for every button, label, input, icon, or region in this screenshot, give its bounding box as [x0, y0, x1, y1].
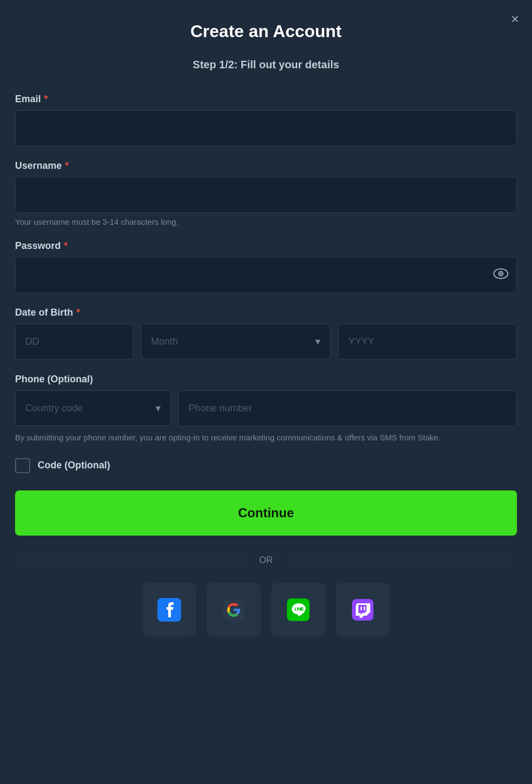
or-divider: OR [15, 555, 517, 566]
code-checkbox[interactable] [15, 458, 30, 473]
password-label: Password * [15, 240, 517, 252]
password-group: Password * [15, 240, 517, 293]
username-hint: Your username must be 3-14 characters lo… [15, 217, 517, 226]
phone-number-input[interactable] [178, 390, 517, 426]
password-wrapper [15, 257, 517, 293]
email-required-star: * [44, 94, 48, 105]
dob-month-select[interactable]: Month January February March April May J… [141, 324, 330, 359]
code-label: Code (Optional) [38, 460, 110, 471]
divider-line-right [283, 560, 517, 560]
twitch-icon [352, 599, 373, 621]
svg-point-2 [500, 273, 502, 275]
password-input[interactable] [15, 257, 517, 293]
phone-label: Phone (Optional) [15, 374, 517, 385]
create-account-modal: × Create an Account Step 1/2: Fill out y… [0, 0, 532, 784]
toggle-password-button[interactable] [493, 268, 508, 282]
svg-rect-8 [361, 607, 362, 610]
country-code-select[interactable]: Country code +1 (US) +44 (UK) +61 (AU) +… [15, 390, 171, 426]
password-required-star: * [64, 240, 68, 252]
facebook-login-button[interactable] [142, 583, 196, 637]
google-login-button[interactable] [207, 583, 261, 637]
or-text: OR [259, 555, 273, 566]
username-label: Username * [15, 160, 517, 172]
phone-group: Phone (Optional) Country code +1 (US) +4… [15, 374, 517, 444]
username-group: Username * Your username must be 3-14 ch… [15, 160, 517, 226]
username-input[interactable] [15, 177, 517, 213]
google-icon [223, 599, 245, 621]
dob-year-input[interactable] [338, 324, 517, 360]
close-button[interactable]: × [511, 12, 519, 26]
email-input[interactable] [15, 110, 517, 146]
sms-disclaimer: By submitting your phone number, you are… [15, 432, 517, 444]
dob-label: Date of Birth * [15, 307, 517, 318]
email-label: Email * [15, 94, 517, 105]
code-row: Code (Optional) [15, 458, 517, 473]
modal-title: Create an Account [15, 22, 517, 41]
dob-group: Date of Birth * Month January February M… [15, 307, 517, 360]
dob-month-wrapper: Month January February March April May J… [141, 324, 330, 360]
line-icon [287, 598, 310, 621]
svg-rect-7 [364, 607, 365, 610]
step-label: Step 1/2: Fill out your details [15, 59, 517, 71]
username-required-star: * [65, 160, 69, 172]
facebook-icon [157, 598, 181, 622]
eye-icon [493, 268, 508, 279]
divider-line-left [15, 560, 249, 560]
dob-day-input[interactable] [15, 324, 133, 360]
continue-button[interactable]: Continue [15, 490, 517, 536]
dob-required-star: * [76, 307, 80, 318]
phone-row: Country code +1 (US) +44 (UK) +61 (AU) +… [15, 390, 517, 426]
email-group: Email * [15, 94, 517, 146]
twitch-login-button[interactable] [336, 583, 390, 637]
country-code-wrapper: Country code +1 (US) +44 (UK) +61 (AU) +… [15, 390, 171, 426]
social-login-row [15, 583, 517, 637]
line-login-button[interactable] [271, 583, 325, 637]
dob-row: Month January February March April May J… [15, 324, 517, 360]
